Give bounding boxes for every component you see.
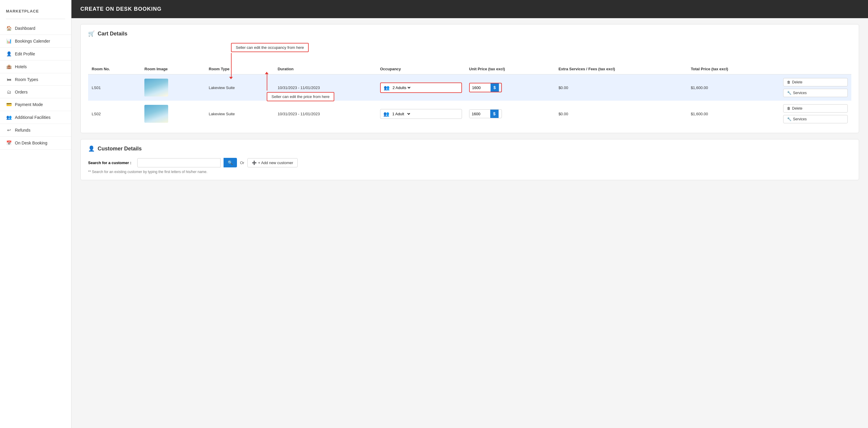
action-cell-row2: 🗑 Delete 🔧 Services	[780, 101, 851, 127]
delete-button-row2[interactable]: 🗑 Delete	[783, 104, 848, 113]
dollar-btn-row1[interactable]: $	[491, 83, 499, 92]
room-image	[144, 79, 168, 96]
cart-table: Room No. Room Image Room Type Duration O…	[88, 64, 851, 127]
col-room-type: Room Type	[205, 64, 274, 75]
sidebar-item-payment-mode[interactable]: 💳 Payment Mode	[0, 98, 71, 111]
search-hint: ** Search for an existing customer by ty…	[88, 170, 851, 174]
cart-table-area: Seller can edit the occupancy from here …	[88, 43, 851, 127]
price-input-group-row1: $	[469, 83, 502, 92]
action-btns-row2: 🗑 Delete 🔧 Services	[783, 104, 848, 123]
refunds-icon: ↩	[6, 127, 12, 133]
hotels-icon: 🏨	[6, 64, 12, 69]
cart-card-title: 🛒 Cart Details	[88, 30, 851, 37]
page-header: CREATE ON DESK BOOKING	[71, 0, 868, 18]
sidebar-item-room-types[interactable]: 🛏 Room Types	[0, 73, 71, 86]
total-price: $1,600.00	[687, 101, 780, 127]
sidebar-item-label: Room Types	[15, 77, 38, 82]
search-button[interactable]: 🔍	[223, 158, 237, 167]
sidebar-item-refunds[interactable]: ↩ Refunds	[0, 124, 71, 137]
bookings-calender-icon: 📊	[6, 38, 12, 44]
search-icon: 🔍	[228, 160, 233, 165]
table-header-row: Room No. Room Image Room Type Duration O…	[88, 64, 851, 75]
action-btns-row1: 🗑 Delete 🔧 Services	[783, 78, 848, 97]
room-no: LS01	[88, 75, 141, 101]
page-content: 🛒 Cart Details Seller can edit the occup…	[71, 18, 868, 428]
orders-icon: 🗂	[6, 89, 12, 94]
col-total-price: Total Price (tax excl)	[687, 64, 780, 75]
sidebar-divider	[6, 19, 65, 19]
search-input[interactable]	[137, 158, 221, 167]
extra-services: $0.00	[555, 101, 687, 127]
plus-icon: ➕	[252, 161, 256, 165]
trash-icon: 🗑	[787, 80, 790, 84]
total-price: $1,600.00	[687, 75, 780, 101]
sidebar-item-label: On Desk Booking	[15, 141, 47, 145]
room-image-cell	[141, 75, 205, 101]
dollar-btn-row2[interactable]: $	[490, 110, 499, 118]
delete-button-row1[interactable]: 🗑 Delete	[783, 78, 848, 86]
sidebar-item-bookings-calender[interactable]: 📊 Bookings Calender	[0, 35, 71, 48]
col-extra-services: Extra Services / Fees (tax excl)	[555, 64, 687, 75]
customer-icon: 👤	[88, 145, 95, 152]
extra-services: $0.00	[555, 75, 687, 101]
occupancy-dropdown-row2[interactable]: 1 Adult 2 Adults 3 Adults	[391, 111, 411, 116]
occupancy-select-row2[interactable]: 👥 1 Adult 2 Adults 3 Adults	[380, 109, 462, 119]
sidebar-item-orders[interactable]: 🗂 Orders	[0, 86, 71, 98]
main-content: CREATE ON DESK BOOKING 🛒 Cart Details Se…	[71, 0, 868, 428]
person-icon: 👥	[383, 111, 389, 117]
sidebar-item-label: Additional Facilities	[15, 115, 51, 120]
table-row: LS01 Lakeview Suite 10/31/2023 - 11/01/2…	[88, 75, 851, 101]
col-duration: Duration	[274, 64, 377, 75]
sidebar-item-edit-profile[interactable]: 👤 Edit Profile	[0, 48, 71, 60]
sidebar-item-additional-facilities[interactable]: 👥 Additional Facilities	[0, 111, 71, 124]
wrench-icon: 🔧	[787, 91, 792, 95]
unit-price-cell: $	[466, 101, 555, 127]
price-input-row1[interactable]	[470, 83, 491, 92]
services-button-row2[interactable]: 🔧 Services	[783, 115, 848, 123]
table-row: LS02 Lakeview Suite 10/31/2023 - 11/01/2…	[88, 101, 851, 127]
occupancy-select-row1[interactable]: 👥 2 Adults 1 Adult 3 Adults	[380, 83, 462, 93]
dashboard-icon: 🏠	[6, 26, 12, 31]
col-room-image: Room Image	[141, 64, 205, 75]
room-type: Lakeview Suite	[205, 75, 274, 101]
sidebar-brand: MARKETPLACE	[0, 6, 71, 19]
wrench-icon: 🔧	[787, 117, 792, 121]
search-label: Search for a customer :	[88, 161, 131, 165]
sidebar-item-dashboard[interactable]: 🏠 Dashboard	[0, 22, 71, 35]
room-types-icon: 🛏	[6, 77, 12, 82]
duration: 10/31/2023 - 11/01/2023	[274, 75, 377, 101]
person-icon: 👥	[384, 85, 390, 90]
sidebar-item-on-desk-booking[interactable]: 📅 On Desk Booking	[0, 137, 71, 149]
cart-table-wrapper: Room No. Room Image Room Type Duration O…	[88, 64, 851, 127]
cart-card: 🛒 Cart Details Seller can edit the occup…	[81, 24, 859, 133]
sidebar-item-hotels[interactable]: 🏨 Hotels	[0, 60, 71, 73]
occupancy-dropdown-row1[interactable]: 2 Adults 1 Adult 3 Adults	[392, 85, 411, 90]
additional-facilities-icon: 👥	[6, 115, 12, 120]
payment-mode-icon: 💳	[6, 102, 12, 107]
room-no: LS02	[88, 101, 141, 127]
action-cell-row1: 🗑 Delete 🔧 Services	[780, 75, 851, 101]
services-button-row1[interactable]: 🔧 Services	[783, 89, 848, 97]
or-text: Or	[240, 161, 244, 165]
sidebar-item-label: Edit Profile	[15, 52, 35, 56]
room-image	[144, 105, 168, 123]
occupancy-annotation: Seller can edit the occupancy from here	[231, 43, 309, 52]
room-image-cell	[141, 101, 205, 127]
page-title: CREATE ON DESK BOOKING	[81, 6, 162, 12]
duration: 10/31/2023 - 11/01/2023	[274, 101, 377, 127]
sidebar-item-label: Orders	[15, 90, 28, 94]
price-input-group-row2: $	[469, 109, 502, 118]
add-new-customer-button[interactable]: ➕ + Add new customer	[247, 158, 298, 167]
customer-card: 👤 Customer Details Search for a customer…	[81, 139, 859, 180]
sidebar-item-label: Bookings Calender	[15, 39, 50, 44]
col-unit-price: Unit Price (tax excl)	[466, 64, 555, 75]
price-input-row2[interactable]	[469, 110, 490, 118]
sidebar-item-label: Payment Mode	[15, 102, 43, 107]
customer-card-title: 👤 Customer Details	[88, 145, 851, 152]
col-actions	[780, 64, 851, 75]
sidebar: MARKETPLACE 🏠 Dashboard 📊 Bookings Calen…	[0, 0, 71, 428]
col-room-no: Room No.	[88, 64, 141, 75]
search-row: Search for a customer : 🔍 Or ➕ + Add new…	[88, 158, 851, 167]
col-occupancy: Occupancy	[377, 64, 466, 75]
cart-icon: 🛒	[88, 30, 95, 37]
